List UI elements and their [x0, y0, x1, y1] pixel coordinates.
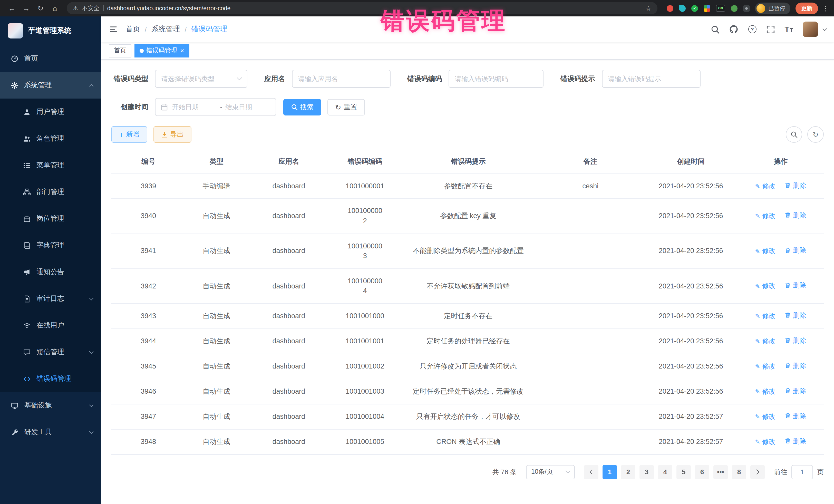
pager-page-2[interactable]: 2: [621, 465, 635, 479]
table-row[interactable]: 3945 自动生成 dashboard 1001001002 只允许修改为开启或…: [111, 354, 824, 379]
extension-grid-icon[interactable]: [704, 5, 710, 12]
edit-button[interactable]: ✎ 修改: [755, 387, 775, 397]
pager-page-4[interactable]: 4: [658, 465, 672, 479]
search-button[interactable]: 搜索: [283, 99, 321, 115]
forward-icon[interactable]: →: [20, 2, 33, 15]
pager-page-3[interactable]: 3: [639, 465, 654, 479]
fullscreen-icon[interactable]: [766, 25, 775, 34]
extension-drop-icon[interactable]: [679, 5, 686, 12]
extension-red-icon[interactable]: [667, 5, 673, 12]
sidebar-item-sms[interactable]: 短信管理: [0, 339, 101, 366]
sidebar-item-users[interactable]: 用户管理: [0, 98, 101, 125]
font-size-icon[interactable]: TT: [785, 25, 793, 34]
tab-error-code[interactable]: 错误码管理 ×: [134, 44, 189, 57]
edit-button[interactable]: ✎ 修改: [755, 212, 775, 221]
next-page-button[interactable]: [750, 465, 765, 479]
table-row[interactable]: 3947 自动生成 dashboard 1001001004 只有开启状态的任务…: [111, 404, 824, 429]
edit-button[interactable]: ✎ 修改: [755, 337, 775, 346]
sidebar-item-posts[interactable]: 岗位管理: [0, 205, 101, 232]
error-type-select[interactable]: 请选择错误码类型: [155, 70, 247, 88]
error-code-input[interactable]: [448, 70, 544, 88]
extension-on-badge[interactable]: on: [716, 5, 725, 12]
app-name-input[interactable]: [292, 70, 390, 88]
address-bar[interactable]: ⚠ 不安全 dashboard.yudao.iocoder.cn/system/…: [67, 2, 657, 14]
edit-button[interactable]: ✎ 修改: [755, 282, 775, 291]
delete-button[interactable]: 删除: [785, 437, 806, 446]
extension-leaf-icon[interactable]: [731, 5, 738, 12]
search-icon[interactable]: [710, 25, 719, 34]
pager-more[interactable]: •••: [714, 465, 728, 479]
extension-toolbar: ✓ on: [667, 5, 750, 12]
delete-button[interactable]: 删除: [785, 412, 806, 421]
browser-menu-icon[interactable]: ⋮: [822, 4, 829, 12]
reset-button[interactable]: ↻ 重置: [327, 99, 365, 115]
table-row[interactable]: 3948 自动生成 dashboard 1001001005 CRON 表达式不…: [111, 429, 824, 455]
close-icon[interactable]: ×: [180, 47, 184, 54]
table-row[interactable]: 3942 自动生成 dashboard 100100000 4 不允许获取敏感配…: [111, 268, 824, 303]
pager-page-5[interactable]: 5: [676, 465, 691, 479]
hide-search-button[interactable]: [786, 126, 802, 143]
pager-page-8[interactable]: 8: [732, 465, 746, 479]
sidebar-item-infra[interactable]: 基础设施: [0, 392, 101, 419]
sidebar-item-dev-tools[interactable]: 研发工具: [0, 419, 101, 445]
delete-button[interactable]: 删除: [785, 311, 806, 321]
edit-button[interactable]: ✎ 修改: [755, 437, 775, 447]
sidebar-item-error-code[interactable]: 错误码管理: [0, 366, 101, 392]
date-range-picker[interactable]: 开始日期 - 结束日期: [155, 98, 276, 116]
profile-paused-badge[interactable]: 已暂停: [755, 2, 790, 14]
edit-button[interactable]: ✎ 修改: [755, 362, 775, 372]
back-icon[interactable]: ←: [5, 2, 19, 15]
update-button[interactable]: 更新: [795, 2, 818, 14]
delete-button[interactable]: 删除: [785, 361, 806, 371]
pager-page-1[interactable]: 1: [602, 465, 617, 479]
pager-page-6[interactable]: 6: [695, 465, 709, 479]
sidebar-item-menus[interactable]: 菜单管理: [0, 152, 101, 179]
github-icon[interactable]: [729, 25, 738, 34]
browser-home-icon[interactable]: ⌂: [48, 2, 62, 15]
extensions-pin-icon[interactable]: [743, 5, 750, 12]
refresh-list-button[interactable]: ↻: [807, 126, 824, 143]
sidebar-item-departments[interactable]: 部门管理: [0, 179, 101, 205]
delete-button[interactable]: 删除: [785, 181, 806, 191]
user-avatar[interactable]: [803, 22, 818, 37]
extension-check-icon[interactable]: ✓: [691, 5, 698, 12]
goto-page-input[interactable]: [791, 465, 813, 479]
sidebar-item-notice[interactable]: 通知公告: [0, 259, 101, 285]
hamburger-icon[interactable]: [109, 25, 118, 34]
edit-button[interactable]: ✎ 修改: [755, 311, 775, 321]
sidebar-item-online-users[interactable]: 在线用户: [0, 312, 101, 339]
chevron-down-icon[interactable]: [823, 27, 827, 31]
edit-button[interactable]: ✎ 修改: [755, 181, 775, 191]
error-hint-input[interactable]: [602, 70, 700, 88]
delete-button[interactable]: 删除: [785, 246, 806, 256]
delete-button[interactable]: 删除: [785, 281, 806, 291]
delete-button[interactable]: 删除: [785, 336, 806, 346]
edit-button[interactable]: ✎ 修改: [755, 246, 775, 256]
reload-icon[interactable]: ↻: [34, 2, 47, 15]
sidebar-item-home[interactable]: 首页: [0, 45, 101, 72]
sidebar-item-audit-log[interactable]: 审计日志: [0, 285, 101, 312]
sidebar-item-roles[interactable]: 角色管理: [0, 125, 101, 152]
bookmark-star-icon[interactable]: ☆: [645, 4, 651, 12]
breadcrumb-section[interactable]: 系统管理: [151, 25, 180, 34]
help-icon[interactable]: ?: [748, 25, 756, 34]
delete-button[interactable]: 删除: [785, 211, 806, 221]
page-size-select[interactable]: 10条/页: [526, 465, 575, 479]
table-row[interactable]: 3946 自动生成 dashboard 1001001003 定时任务已经处于该…: [111, 379, 824, 404]
sidebar-item-system[interactable]: 系统管理: [0, 72, 101, 98]
app-logo[interactable]: 芋道管理系统: [0, 17, 101, 45]
delete-button[interactable]: 删除: [785, 387, 806, 396]
tab-home[interactable]: 首页: [109, 44, 131, 57]
cell-create-time: 2021-04-20 23:52:56: [644, 354, 738, 379]
sidebar-item-dict[interactable]: 字典管理: [0, 232, 101, 259]
breadcrumb-home[interactable]: 首页: [126, 25, 140, 34]
table-row[interactable]: 3941 自动生成 dashboard 100100000 3 不能删除类型为系…: [111, 234, 824, 268]
table-row[interactable]: 3939 手动编辑 dashboard 1001000001 参数配置不存在 c…: [111, 174, 824, 199]
export-button[interactable]: 导出: [153, 126, 192, 143]
prev-page-button[interactable]: [584, 465, 598, 479]
table-row[interactable]: 3944 自动生成 dashboard 1001001001 定时任务的处理器已…: [111, 329, 824, 354]
table-row[interactable]: 3940 自动生成 dashboard 100100000 2 参数配置 key…: [111, 199, 824, 234]
add-button[interactable]: + 新增: [111, 126, 147, 143]
table-row[interactable]: 3943 自动生成 dashboard 1001001000 定时任务不存在 2…: [111, 304, 824, 329]
edit-button[interactable]: ✎ 修改: [755, 412, 775, 422]
